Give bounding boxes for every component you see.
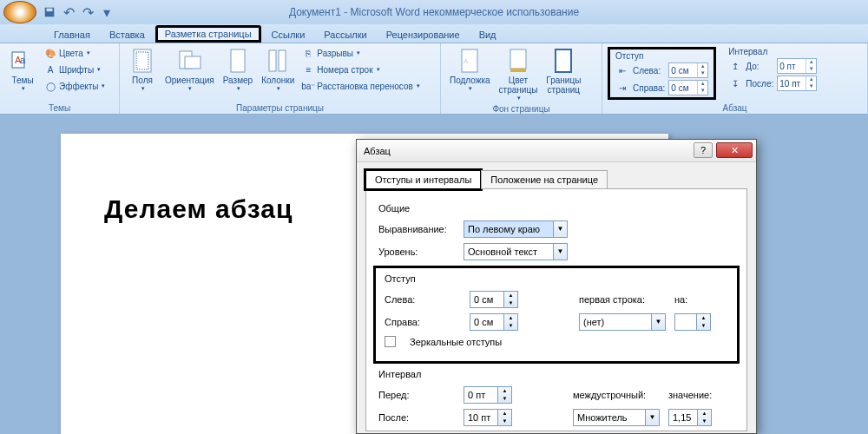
indent-left-input[interactable]: 0 см▲▼ — [668, 62, 708, 78]
outline-level-select[interactable]: Основной текст▼ — [464, 243, 568, 260]
hyphenation-button[interactable]: ba⁻Расстановка переносов▾ — [299, 78, 421, 94]
general-heading: Общие — [378, 203, 734, 214]
tab-insert[interactable]: Вставка — [101, 27, 154, 43]
indent-heading: Отступ — [615, 51, 708, 61]
borders-icon — [549, 47, 577, 75]
svg-text:A: A — [464, 57, 469, 65]
tab-references[interactable]: Ссылки — [263, 27, 314, 43]
orientation-button[interactable]: Ориентация▾ — [161, 45, 218, 94]
dlg-indent-left-label: Слева: — [385, 294, 461, 305]
theme-effects-button[interactable]: ◯Эффекты▾ — [42, 78, 107, 94]
dlg-indent-left-input[interactable]: 0 см▲▼ — [470, 291, 518, 308]
line-spacing-value-label: значение: — [668, 390, 717, 400]
svg-rect-14 — [510, 49, 526, 69]
size-button[interactable]: Размер▾ — [220, 45, 256, 94]
svg-rect-8 — [185, 56, 201, 69]
breaks-button[interactable]: ⎘Разрывы▾ — [299, 45, 421, 61]
dlg-before-label: Перед: — [378, 390, 455, 400]
group-paragraph: Отступ ⇤ Слева: 0 см▲▼ ⇥ Справа: 0 см▲▼ … — [602, 43, 868, 114]
theme-fonts-button[interactable]: AШрифты▾ — [42, 62, 107, 77]
columns-button[interactable]: Колонки▾ — [258, 45, 298, 94]
breaks-icon: ⎘ — [301, 46, 315, 60]
tab-home[interactable]: Главная — [45, 27, 99, 43]
page-color-icon — [504, 47, 532, 75]
redo-icon[interactable]: ↷ — [80, 4, 95, 20]
first-line-by-input[interactable]: ▲▼ — [674, 313, 711, 331]
save-icon[interactable] — [42, 4, 57, 20]
dialog-titlebar[interactable]: Абзац ? ✕ — [357, 140, 756, 162]
spacing-before-input[interactable]: 0 пт▲▼ — [777, 58, 817, 74]
dialog-tab-indents[interactable]: Отступы и интервалы — [365, 170, 481, 189]
title-bar: ↶ ↷ ▾ Документ1 - Microsoft Word некомме… — [0, 0, 868, 24]
dlg-indent-right-input[interactable]: 0 см▲▼ — [470, 313, 518, 331]
effects-icon: ◯ — [43, 79, 57, 93]
first-line-select[interactable]: (нет)▼ — [579, 313, 666, 331]
ribbon: Aa Темы ▾ 🎨Цвета▾ AШрифты▾ ◯Эффекты▾ Тем… — [0, 43, 868, 115]
columns-icon — [264, 47, 292, 75]
fonts-icon: A — [43, 62, 57, 76]
watermark-button[interactable]: AПодложка▾ — [446, 45, 494, 94]
spacing-after-icon: ↧ — [728, 76, 742, 90]
paragraph-dialog: Абзац ? ✕ Отступы и интервалы Положение … — [356, 139, 757, 434]
group-page-setup: Поля▾ Ориентация▾ Размер▾ Колонки▾ ⎘Разр… — [120, 43, 441, 114]
undo-icon[interactable]: ↶ — [61, 4, 76, 20]
qat-dropdown-icon[interactable]: ▾ — [99, 4, 115, 20]
chevron-down-icon: ▾ — [22, 85, 25, 92]
theme-colors-button[interactable]: 🎨Цвета▾ — [42, 45, 107, 61]
page-color-button[interactable]: Цвет страницы▾ — [496, 45, 542, 103]
dlg-indent-right-label: Справа: — [385, 317, 461, 327]
alignment-label: Выравнивание: — [378, 224, 455, 234]
indent-left-label: Слева: — [633, 66, 665, 76]
quick-access-toolbar: ↶ ↷ ▾ — [42, 4, 115, 20]
line-numbers-icon: ≡ — [301, 62, 315, 76]
outline-level-label: Уровень: — [378, 247, 455, 257]
tab-review[interactable]: Рецензирование — [378, 27, 469, 43]
dialog-close-button[interactable]: ✕ — [716, 142, 753, 158]
hyphenation-icon: ba⁻ — [301, 79, 315, 93]
svg-rect-1 — [47, 9, 53, 12]
margins-button[interactable]: Поля▾ — [125, 45, 160, 94]
spacing-after-input[interactable]: 10 пт▲▼ — [777, 76, 817, 91]
svg-rect-11 — [279, 50, 286, 71]
orientation-icon — [175, 47, 203, 75]
mirror-indents-label: Зеркальные отступы — [410, 337, 502, 347]
mirror-indents-checkbox[interactable] — [385, 336, 396, 347]
spacing-before-label: До: — [746, 62, 773, 71]
size-icon — [224, 47, 252, 75]
dialog-body: Общие Выравнивание: По левому краю▼ Уров… — [365, 188, 747, 431]
svg-rect-15 — [510, 69, 526, 72]
tab-page-layout[interactable]: Разметка страницы — [155, 25, 261, 43]
group-page-background: AПодложка▾ Цвет страницы▾ Границы страни… — [441, 43, 602, 114]
themes-button[interactable]: Aa Темы ▾ — [5, 45, 40, 94]
dialog-help-button[interactable]: ? — [694, 142, 713, 158]
watermark-icon: A — [456, 47, 483, 75]
spacing-after-label: После: — [746, 79, 773, 89]
group-label-page-setup: Параметры страницы — [125, 102, 435, 114]
svg-rect-9 — [231, 49, 245, 72]
first-line-label: первая строка: — [579, 294, 666, 305]
indent-right-input[interactable]: 0 см▲▼ — [668, 80, 708, 95]
spacing-heading: Интервал — [728, 47, 817, 56]
spacing-before-icon: ↥ — [728, 59, 742, 73]
colors-icon: 🎨 — [43, 46, 57, 60]
line-spacing-select[interactable]: Множитель▼ — [573, 409, 660, 426]
ribbon-tabs: Главная Вставка Разметка страницы Ссылки… — [0, 24, 868, 43]
by-label: на: — [674, 294, 700, 305]
tab-view[interactable]: Вид — [470, 27, 505, 43]
group-themes: Aa Темы ▾ 🎨Цвета▾ AШрифты▾ ◯Эффекты▾ Тем… — [0, 43, 120, 114]
dlg-after-input[interactable]: 10 пт▲▼ — [464, 409, 512, 426]
indent-section-heading: Отступ — [385, 273, 728, 284]
group-label-paragraph: Абзац — [608, 102, 862, 114]
dialog-title: Абзац — [364, 146, 391, 156]
dialog-tabs: Отступы и интервалы Положение на страниц… — [357, 162, 756, 188]
line-numbers-button[interactable]: ≡Номера строк▾ — [299, 62, 421, 77]
alignment-select[interactable]: По левому краю▼ — [464, 220, 568, 238]
page-borders-button[interactable]: Границы страниц — [542, 45, 584, 96]
svg-rect-16 — [556, 49, 571, 72]
line-spacing-value-input[interactable]: 1,15▲▼ — [668, 409, 712, 426]
office-button[interactable] — [3, 1, 36, 23]
tab-mailings[interactable]: Рассылки — [315, 27, 375, 43]
dialog-tab-pagination[interactable]: Положение на странице — [481, 170, 608, 189]
line-spacing-label: междустрочный: — [573, 390, 660, 400]
dlg-before-input[interactable]: 0 пт▲▼ — [464, 386, 512, 404]
